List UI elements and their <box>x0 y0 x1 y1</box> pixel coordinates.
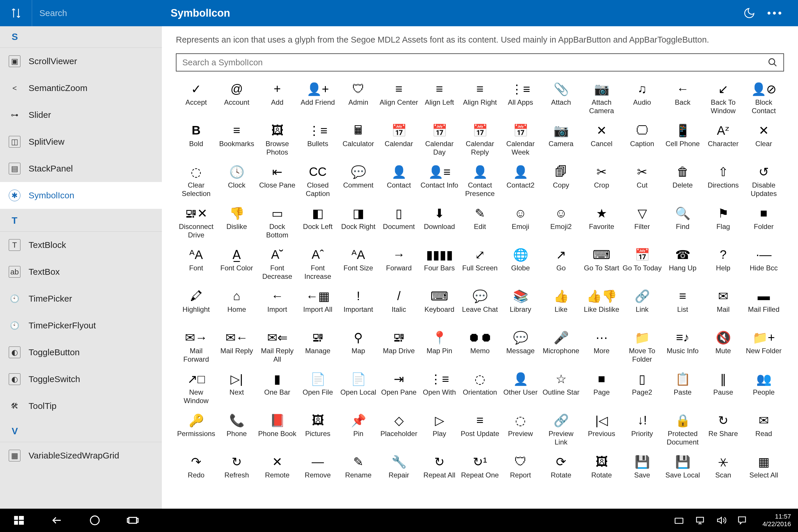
symbol-add[interactable]: +Add <box>257 80 298 117</box>
symbol-browse-photos[interactable]: 🖼Browse Photos <box>257 121 298 158</box>
symbol-align-center[interactable]: ≡Align Center <box>379 80 419 117</box>
symbol-outline-star[interactable]: ☆Outline Star <box>541 369 581 407</box>
symbol-repeat-one[interactable]: ↻¹Repeat One <box>460 452 500 490</box>
symbol-save[interactable]: 💾Save <box>622 452 662 490</box>
sidebar-item-timepicker[interactable]: 🕙TimePicker <box>0 285 162 312</box>
symbol-scan[interactable]: ⚹Scan <box>703 452 743 490</box>
sidebar-item-timepickerflyout[interactable]: 🕙TimePickerFlyout <box>0 312 162 339</box>
symbol-clock[interactable]: 🕓Clock <box>216 163 257 200</box>
symbol-copy[interactable]: 🗐Copy <box>541 163 581 200</box>
symbol-page2[interactable]: ▯Page2 <box>622 369 662 407</box>
tray-input-icon[interactable] <box>674 515 684 526</box>
back-button[interactable] <box>38 509 76 532</box>
symbol-mute[interactable]: 🔇Mute <box>703 328 743 365</box>
symbol-page[interactable]: ■Page <box>581 369 622 407</box>
sidebar-letter-v[interactable]: V <box>0 421 162 442</box>
symbol-forward[interactable]: →Forward <box>379 245 419 283</box>
symbol-map-pin[interactable]: 📍Map Pin <box>419 328 460 365</box>
symbol-like[interactable]: 👍Like <box>541 287 581 324</box>
symbol-highlight[interactable]: 🖍Highlight <box>176 287 216 324</box>
symbol-repeat-all[interactable]: ↻Repeat All <box>419 452 460 490</box>
symbol-hang-up[interactable]: ☎Hang Up <box>662 245 703 283</box>
symbol-mail-reply-all[interactable]: ✉⇐Mail Reply All <box>257 328 298 365</box>
symbol-re-share[interactable]: ↻Re Share <box>703 411 743 448</box>
sidebar-item-scrollviewer[interactable]: ▣ScrollViewer <box>0 48 162 75</box>
symbol-dock-left[interactable]: ◧Dock Left <box>298 204 338 241</box>
symbol-save-local[interactable]: 💾Save Local <box>662 452 703 490</box>
symbol-move-to-folder[interactable]: 📁Move To Folder <box>622 328 662 365</box>
symbol-manage[interactable]: 🖳Manage <box>298 328 338 365</box>
symbol-calendar[interactable]: 📅Calendar <box>379 121 419 158</box>
sort-button[interactable] <box>0 0 32 26</box>
symbol-new-window[interactable]: ↗□New Window <box>176 369 216 407</box>
symbol-calendar-day[interactable]: 📅Calendar Day <box>419 121 460 158</box>
symbol-play[interactable]: ▷Play <box>419 411 460 448</box>
symbol-audio[interactable]: ♫Audio <box>622 80 662 117</box>
symbol-phone-book[interactable]: 📕Phone Book <box>257 411 298 448</box>
symbol-font-increase[interactable]: AˆFont Increase <box>298 245 338 283</box>
symbol-align-left[interactable]: ≡Align Left <box>419 80 460 117</box>
symbol-favorite[interactable]: ★Favorite <box>581 204 622 241</box>
symbol-previous[interactable]: |◁Previous <box>581 411 622 448</box>
symbol-bookmarks[interactable]: ≡Bookmarks <box>216 121 257 158</box>
symbol-permissions[interactable]: 🔑Permissions <box>176 411 216 448</box>
symbol-back[interactable]: ←Back <box>662 80 703 117</box>
symbol-cancel[interactable]: ✕Cancel <box>581 121 622 158</box>
sidebar-item-slider[interactable]: ⊶Slider <box>0 101 162 128</box>
symbol-font-size[interactable]: ᴬAFont Size <box>338 245 379 283</box>
symbol-globe[interactable]: 🌐Globe <box>500 245 541 283</box>
cortana-button[interactable] <box>76 509 114 532</box>
sidebar-item-variablesizedwrapgrid[interactable]: ▦VariableSizedWrapGrid <box>0 442 162 469</box>
start-button[interactable] <box>0 509 38 532</box>
symbol-close-pane[interactable]: ⇤Close Pane <box>257 163 298 200</box>
symbol-font[interactable]: ᴬAFont <box>176 245 216 283</box>
sidebar-item-semanticzoom[interactable]: < SemanticZoom <box>0 75 162 101</box>
symbol-rename[interactable]: ✎Rename <box>338 452 379 490</box>
tray-volume-icon[interactable] <box>716 515 726 526</box>
symbol-contact-info[interactable]: 👤≡Contact Info <box>419 163 460 200</box>
symbol-other-user[interactable]: 👤Other User <box>500 369 541 407</box>
symbol-align-right[interactable]: ≡Align Right <box>460 80 500 117</box>
symbol-flag[interactable]: ⚑Flag <box>703 204 743 241</box>
symbol-read[interactable]: ✉Read <box>743 411 784 448</box>
symbol-refresh[interactable]: ↻Refresh <box>216 452 257 490</box>
symbol-mail-filled[interactable]: ▬Mail Filled <box>743 287 784 324</box>
symbol-pin[interactable]: 📌Pin <box>338 411 379 448</box>
symbol-attach[interactable]: 📎Attach <box>541 80 581 117</box>
symbol-keyboard[interactable]: ⌨Keyboard <box>419 287 460 324</box>
theme-toggle[interactable] <box>743 7 755 19</box>
task-view-button[interactable] <box>114 509 152 532</box>
symbol-mail-reply[interactable]: ✉←Mail Reply <box>216 328 257 365</box>
symbol-remote[interactable]: ✕Remote <box>257 452 298 490</box>
symbol-important[interactable]: !Important <box>338 287 379 324</box>
symbol-document[interactable]: ▯Document <box>379 204 419 241</box>
symbol-clear[interactable]: ✕Clear <box>743 121 784 158</box>
symbol-accept[interactable]: ✓Accept <box>176 80 216 117</box>
symbol-search-input[interactable] <box>182 58 768 68</box>
symbol-crop[interactable]: ✂Crop <box>581 163 622 200</box>
symbol-placeholder[interactable]: ◇Placeholder <box>379 411 419 448</box>
sidebar-item-symbolicon[interactable]: ✱SymbolIcon <box>0 182 162 209</box>
symbol-character[interactable]: AᶻCharacter <box>703 121 743 158</box>
symbol-hide-bcc[interactable]: ·—Hide Bcc <box>743 245 784 283</box>
symbol-paste[interactable]: 📋Paste <box>662 369 703 407</box>
taskbar-clock[interactable]: 11:57 4/22/2016 <box>758 513 791 528</box>
symbol-bold[interactable]: BBold <box>176 121 216 158</box>
sidebar-letter-t[interactable]: T <box>0 210 162 232</box>
symbol-cut[interactable]: ✂Cut <box>622 163 662 200</box>
symbol-filter[interactable]: ▽Filter <box>622 204 662 241</box>
symbol-preview[interactable]: ◌Preview <box>500 411 541 448</box>
tray-network-icon[interactable] <box>695 515 705 526</box>
symbol-import-all[interactable]: ←▦Import All <box>298 287 338 324</box>
symbol-help[interactable]: ?Help <box>703 245 743 283</box>
symbol-import[interactable]: ←Import <box>257 287 298 324</box>
symbol-attach-camera[interactable]: 📷Attach Camera <box>581 80 622 117</box>
symbol-next[interactable]: ▷|Next <box>216 369 257 407</box>
symbol-pictures[interactable]: 🖼Pictures <box>298 411 338 448</box>
symbol-music-info[interactable]: ≡♪Music Info <box>662 328 703 365</box>
symbol-remove[interactable]: —Remove <box>298 452 338 490</box>
symbol-list[interactable]: ≡List <box>662 287 703 324</box>
symbol-calculator[interactable]: 🖩Calculator <box>338 121 379 158</box>
symbol-redo[interactable]: ↷Redo <box>176 452 216 490</box>
symbol-italic[interactable]: /Italic <box>379 287 419 324</box>
